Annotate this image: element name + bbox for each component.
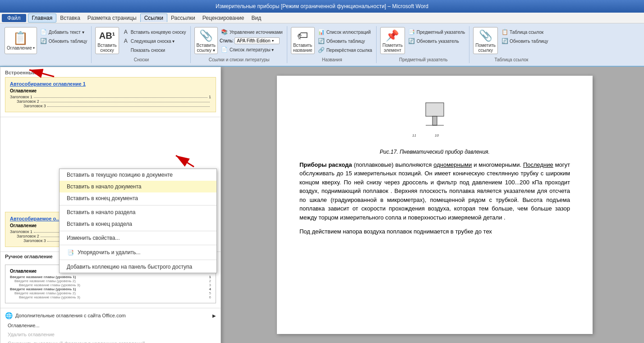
update-table3-button[interactable]: 🔄 Обновить таблицу — [500, 37, 550, 45]
add-text-icon: 📄 — [40, 28, 47, 36]
insert-endnote-button[interactable]: A Вставить концевую сноску — [121, 28, 188, 36]
mark-citation-icon: 📎 — [478, 28, 493, 43]
captions-group-label: Названия — [288, 57, 376, 62]
toc-auto1-title: Автособираемое оглавление 1 — [10, 81, 211, 87]
file-menu-button[interactable]: Файл — [2, 14, 26, 22]
menu-razmetka[interactable]: Разметка страницы — [84, 14, 140, 22]
toc-icon: 📋 — [14, 31, 28, 46]
document-paragraph2: Под действием напора воздуха поплавок по… — [299, 227, 570, 236]
manage-sources-icon: 📚 — [221, 28, 228, 36]
toc-bottom: 🌐 Дополнительные оглавления с сайта Offi… — [0, 308, 221, 343]
toc-options-button[interactable]: Оглавление... — [5, 321, 216, 330]
more-toc-button[interactable]: 🌐 Дополнительные оглавления с сайта Offi… — [5, 310, 216, 321]
menu-bar: Файл Главная Вставка Разметка страницы С… — [0, 13, 644, 23]
toc-dropdown: Встроенный Автособираемое оглавление 1 О… — [0, 67, 221, 343]
toc-button[interactable]: 📋 Оглавление ▾ — [5, 27, 37, 54]
insert-citation-button[interactable]: 📎 Вставитьссылку ▾ — [194, 27, 218, 54]
ribbon: 📋 Оглавление ▾ 📄 Добавить текст ▾ 🔄 — [0, 23, 644, 67]
ribbon-group-index: 📌 Пометитьэлемент 📑 Предметный указатель… — [377, 26, 469, 63]
next-footnote-button[interactable]: A Следующая сноска ▾ — [121, 37, 188, 45]
ctx-sep4 — [60, 260, 216, 260]
footnote-icon: AB¹ — [100, 28, 114, 43]
illustrations-icon: 📊 — [318, 28, 325, 36]
globe-icon: 🌐 — [5, 312, 13, 319]
insert-footnote-button[interactable]: AB¹ Вставитьсноску — [95, 27, 119, 54]
context-menu: Вставить в текущую позицию в документе В… — [59, 169, 217, 273]
ctx-insert-at-pos[interactable]: Вставить в текущую позицию в документе — [60, 169, 216, 181]
save-toc-button[interactable]: Сохранить выделенный фрагмент в коллекци… — [5, 339, 216, 343]
ctx-insert-section-start[interactable]: Вставить в начало раздела — [60, 206, 216, 218]
ctx-add-quickaccess[interactable]: Добавить коллекцию на панель быстрого до… — [60, 261, 216, 273]
ribbon-group-citations: 📎 Вставитьссылку ▾ 📚 Управление источник… — [192, 26, 287, 63]
ribbon-group-table-auth: 📎 Пометитьссылку 📋 Таблица ссылок 🔄 Обно… — [470, 26, 552, 63]
menu-rassylki[interactable]: Рассылки — [167, 14, 199, 22]
ctx-sep1 — [60, 205, 216, 206]
ctx-sep3 — [60, 245, 216, 245]
show-footnotes-button[interactable]: Показать сноски — [121, 46, 188, 54]
citations-group-label: Ссылки и списки литературы — [192, 57, 287, 62]
caption-icon: 🏷 — [295, 28, 310, 43]
menu-recenzirovanie[interactable]: Рецензирование — [199, 14, 248, 22]
ribbon-group-captions: 🏷 Вставитьназвание 📊 Список иллюстраций … — [288, 26, 377, 63]
style-dropdown[interactable]: APA Fifth Edition ▾ — [235, 37, 280, 44]
document-page: 11 10 Рис.17. Пневматический прибор давл… — [277, 76, 593, 334]
menu-vid[interactable]: Вид — [248, 14, 265, 22]
subject-index-button[interactable]: 📑 Предметный указатель — [407, 28, 466, 36]
ctx-organize-delete[interactable]: 📑 Упорядочить и удалить... — [60, 246, 216, 259]
index-group-label: Предметный указатель — [377, 57, 469, 62]
figure-caption: Рис.17. Пневматический прибор давления. — [299, 148, 570, 156]
illustrations-list-button[interactable]: 📊 Список иллюстраций — [317, 28, 373, 36]
cross-ref-button[interactable]: 🔗 Перекрёстная ссылка — [317, 46, 373, 54]
svg-text:11: 11 — [412, 133, 416, 137]
insert-caption-button[interactable]: 🏷 Вставитьназвание — [291, 27, 315, 54]
title-text: Измерительные приборы [Режим ограниченно… — [216, 3, 428, 9]
title-bar: Измерительные приборы [Режим ограниченно… — [0, 0, 644, 13]
menu-glavnaya[interactable]: Главная — [28, 14, 57, 23]
figure-image: 11 10 — [399, 98, 471, 143]
cross-ref-icon: 🔗 — [318, 46, 325, 54]
figure-section: 11 10 Рис.17. Пневматический прибор давл… — [299, 98, 570, 156]
svg-rect-1 — [432, 116, 437, 125]
ctx-insert-at-start[interactable]: Вставить в начало документа — [60, 181, 216, 192]
update-index-button[interactable]: 🔄 Обновить указатель — [407, 37, 466, 45]
ctx-insert-at-end[interactable]: Вставить в конец документа — [60, 192, 216, 204]
ctx-change-props[interactable]: Изменить свойства... — [60, 232, 216, 244]
ribbon-group-footnotes: AB¹ Вставитьсноску A Вставить концевую с… — [92, 26, 190, 63]
svg-text:10: 10 — [435, 133, 439, 137]
toc-entry-h3: Заголовок 3 — [23, 104, 211, 108]
manage-sources-button[interactable]: 📚 Управление источниками — [220, 28, 284, 36]
add-text-button[interactable]: 📄 Добавить текст ▾ — [39, 28, 89, 36]
mark-citation-button[interactable]: 📎 Пометитьссылку — [473, 27, 498, 54]
bibliography-button[interactable]: 📄 Список литературы ▾ — [220, 46, 284, 54]
update-table-icon: 🔄 — [40, 37, 47, 45]
footnotes-group-label: Сноски — [92, 57, 190, 62]
ctx-insert-section-end[interactable]: Вставить в конец раздела — [60, 218, 216, 230]
table-auth-group-label: Таблица ссылок — [470, 57, 552, 62]
menu-ssylki[interactable]: Ссылки — [140, 14, 167, 22]
update-table2-icon: 🔄 — [318, 37, 325, 45]
citation-icon: 📎 — [199, 28, 213, 43]
toc-builtin-label: Встроенный — [5, 70, 216, 75]
table-auth-button[interactable]: 📋 Таблица ссылок — [500, 28, 550, 36]
document-paragraph1: Приборы расхода (поплавковые) выполняютс… — [299, 160, 570, 222]
organize-icon: 📑 — [67, 249, 74, 256]
menu-vstavka[interactable]: Вставка — [56, 14, 84, 22]
mark-entry-button[interactable]: 📌 Пометитьэлемент — [380, 27, 405, 54]
ribbon-group-toc: 📋 Оглавление ▾ 📄 Добавить текст ▾ 🔄 — [2, 26, 92, 63]
ctx-sep2 — [60, 231, 216, 231]
update-table-button[interactable]: 🔄 Обновить таблицу — [39, 37, 89, 45]
toc-builtin-section: Встроенный Автособираемое оглавление 1 О… — [0, 67, 221, 117]
update-table2-button[interactable]: 🔄 Обновить таблицу — [317, 37, 373, 45]
endnote-icon: A — [122, 28, 129, 36]
mark-entry-icon: 📌 — [385, 28, 400, 43]
svg-rect-0 — [426, 103, 444, 116]
next-footnote-icon: A — [122, 37, 129, 45]
remove-toc-button[interactable]: Удалить оглавление — [5, 330, 216, 339]
bibliography-icon: 📄 — [221, 46, 228, 53]
toc-auto1-preview[interactable]: Автособираемое оглавление 1 Оглавление З… — [5, 77, 216, 112]
